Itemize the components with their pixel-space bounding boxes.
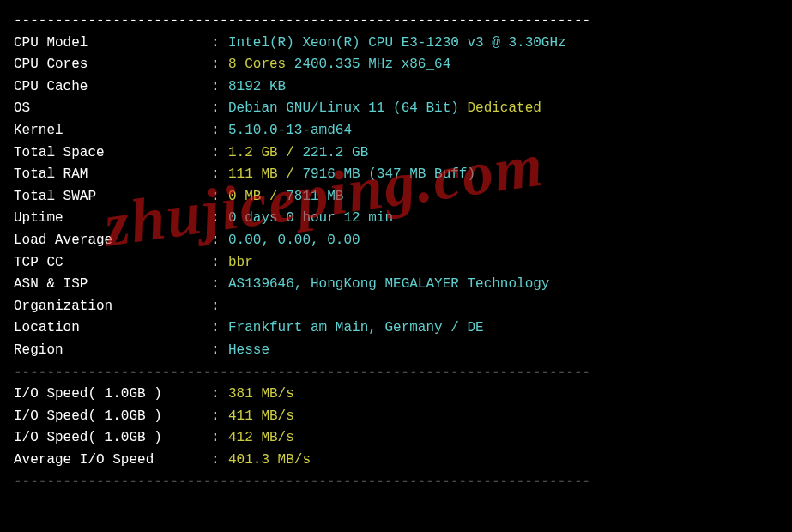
value-part: AS139646, HongKong MEGALAYER Technology	[228, 276, 549, 292]
value-part: Dedicated	[467, 100, 541, 116]
row-label: ASN & ISP	[14, 274, 211, 296]
row-colon: :	[211, 142, 228, 165]
info-row: TCP CC: bbr	[14, 252, 778, 275]
info-row: Average I/O Speed: 401.3 MB/s	[14, 450, 778, 472]
row-colon: :	[211, 120, 228, 142]
info-row: I/O Speed( 1.0GB ): 381 MB/s	[14, 384, 778, 406]
value-part: bbr	[228, 255, 253, 270]
value-part: 1.2 GB /	[228, 145, 302, 160]
value-part: 381 MB/s	[228, 386, 294, 402]
row-value	[228, 296, 778, 318]
row-value: 411 MB/s	[228, 406, 778, 428]
row-value: 5.10.0-13-amd64	[228, 120, 778, 142]
divider-top: ----------------------------------------…	[14, 10, 778, 33]
value-part: 0.00, 0.00, 0.00	[228, 233, 360, 248]
io-speed-section: I/O Speed( 1.0GB ): 381 MB/sI/O Speed( 1…	[14, 384, 778, 471]
value-part: Frankfurt am Main, Germany / DE	[228, 320, 484, 336]
info-row: Organization:	[14, 296, 778, 318]
row-colon: :	[211, 406, 228, 428]
row-value: 0 MB / 7811 MB	[228, 186, 778, 209]
value-part: 5.10.0-13-amd64	[228, 123, 352, 138]
row-value: 0.00, 0.00, 0.00	[228, 230, 778, 252]
value-part: 111 MB /	[228, 166, 302, 182]
row-label: Region	[14, 340, 211, 362]
value-part: 7916 MB	[302, 166, 368, 182]
info-row: Total SWAP: 0 MB / 7811 MB	[14, 186, 778, 209]
row-label: OS	[14, 98, 211, 120]
info-row: Kernel: 5.10.0-13-amd64	[14, 120, 778, 142]
info-row: OS: Debian GNU/Linux 11 (64 Bit) Dedicat…	[14, 98, 778, 120]
row-label: CPU Model	[14, 33, 211, 55]
row-colon: :	[211, 252, 228, 275]
value-part: 411 MB/s	[228, 408, 294, 424]
row-label: Kernel	[14, 120, 211, 142]
info-row: Load Average: 0.00, 0.00, 0.00	[14, 230, 778, 252]
row-value: Debian GNU/Linux 11 (64 Bit) Dedicated	[228, 98, 778, 120]
value-part: 401.3 MB/s	[228, 452, 311, 468]
row-colon: :	[211, 208, 228, 230]
row-label: Average I/O Speed	[14, 450, 211, 472]
info-row: CPU Cores: 8 Cores 2400.335 MHz x86_64	[14, 54, 778, 76]
info-row: I/O Speed( 1.0GB ): 411 MB/s	[14, 406, 778, 428]
info-row: Region: Hesse	[14, 340, 778, 362]
info-row: Total RAM: 111 MB / 7916 MB (347 MB Buff…	[14, 164, 778, 186]
value-part: Debian GNU/Linux 11 (64 Bit)	[228, 100, 467, 116]
info-row: CPU Model: Intel(R) Xeon(R) CPU E3-1230 …	[14, 33, 778, 55]
row-value: 8192 KB	[228, 76, 778, 99]
value-part: 0 days 0 hour 12 min	[228, 210, 393, 226]
info-row: Uptime: 0 days 0 hour 12 min	[14, 208, 778, 230]
row-colon: :	[211, 274, 228, 296]
row-value: Hesse	[228, 340, 778, 362]
row-colon: :	[211, 450, 228, 472]
value-part: 2400.335 MHz	[294, 57, 402, 72]
info-row: I/O Speed( 1.0GB ): 412 MB/s	[14, 427, 778, 450]
row-value: 0 days 0 hour 12 min	[228, 208, 778, 230]
row-label: CPU Cache	[14, 76, 211, 99]
row-colon: :	[211, 317, 228, 340]
row-value: AS139646, HongKong MEGALAYER Technology	[228, 274, 778, 296]
row-label: Total Space	[14, 142, 211, 165]
row-colon: :	[211, 230, 228, 252]
value-part: 221.2 GB	[302, 145, 368, 160]
row-label: CPU Cores	[14, 54, 211, 76]
row-colon: :	[211, 340, 228, 362]
divider-bottom: ----------------------------------------…	[14, 471, 778, 493]
row-label: TCP CC	[14, 252, 211, 275]
value-part: 0 MB /	[228, 189, 286, 204]
row-value: Intel(R) Xeon(R) CPU E3-1230 v3 @ 3.30GH…	[228, 33, 778, 55]
row-label: Organization	[14, 296, 211, 318]
row-label: Total SWAP	[14, 186, 211, 209]
row-label: I/O Speed( 1.0GB )	[14, 427, 211, 450]
row-colon: :	[211, 98, 228, 120]
row-label: Uptime	[14, 208, 211, 230]
row-value: bbr	[228, 252, 778, 275]
value-part: 412 MB/s	[228, 430, 294, 445]
row-label: I/O Speed( 1.0GB )	[14, 406, 211, 428]
value-part: 7811 MB	[286, 189, 343, 204]
row-value: 412 MB/s	[228, 427, 778, 450]
row-label: Load Average	[14, 230, 211, 252]
divider-mid: ----------------------------------------…	[14, 362, 778, 384]
info-row: Total Space: 1.2 GB / 221.2 GB	[14, 142, 778, 165]
row-label: I/O Speed( 1.0GB )	[14, 384, 211, 406]
row-colon: :	[211, 33, 228, 55]
value-part: (347 MB Buff)	[368, 166, 475, 182]
row-colon: :	[211, 186, 228, 209]
info-row: CPU Cache: 8192 KB	[14, 76, 778, 99]
row-colon: :	[211, 296, 228, 318]
row-colon: :	[211, 54, 228, 76]
row-colon: :	[211, 164, 228, 186]
value-part: x86_64	[402, 57, 451, 72]
row-value: 1.2 GB / 221.2 GB	[228, 142, 778, 165]
value-part: Intel(R) Xeon(R) CPU E3-1230 v3 @ 3.30GH…	[228, 35, 566, 51]
row-value: 111 MB / 7916 MB (347 MB Buff)	[228, 164, 778, 186]
row-value: Frankfurt am Main, Germany / DE	[228, 317, 778, 340]
system-info-section: CPU Model: Intel(R) Xeon(R) CPU E3-1230 …	[14, 33, 778, 362]
row-value: 8 Cores 2400.335 MHz x86_64	[228, 54, 778, 76]
row-label: Total RAM	[14, 164, 211, 186]
info-row: ASN & ISP: AS139646, HongKong MEGALAYER …	[14, 274, 778, 296]
value-part: 8192 KB	[228, 79, 286, 94]
row-value: 381 MB/s	[228, 384, 778, 406]
info-row: Location: Frankfurt am Main, Germany / D…	[14, 317, 778, 340]
row-label: Location	[14, 317, 211, 340]
